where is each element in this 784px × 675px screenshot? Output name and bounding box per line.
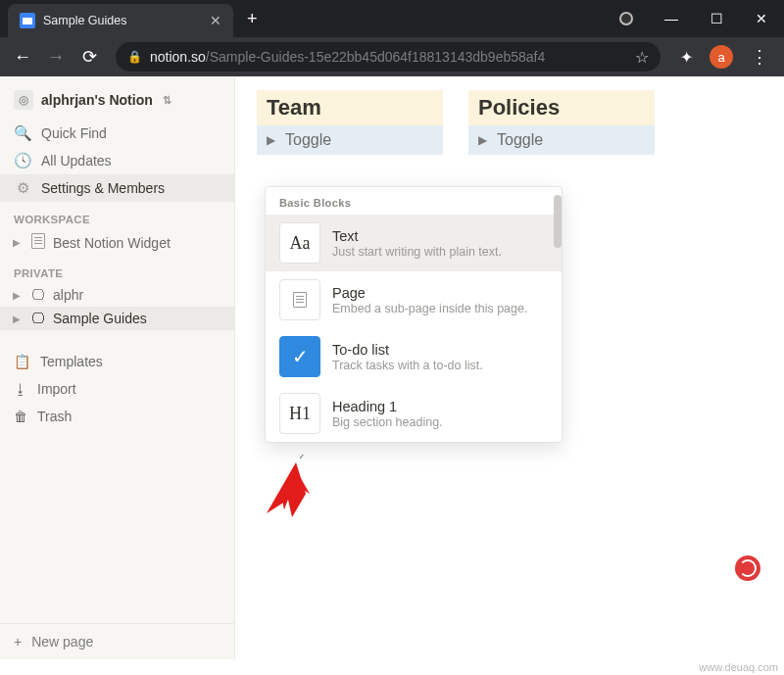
toggle-block[interactable]: ▶ Toggle xyxy=(468,125,655,155)
sidebar-page-label: alphr xyxy=(53,287,83,303)
sidebar-page-label: Best Notion Widget xyxy=(53,235,171,251)
browser-menu-button[interactable]: ⋮ xyxy=(743,46,776,68)
text-block-icon: Aa xyxy=(279,222,320,264)
all-updates-button[interactable]: 🕓 All Updates xyxy=(0,147,234,174)
close-icon[interactable]: ✕ xyxy=(210,13,221,28)
page-main: Team ▶ Toggle Policies ▶ Toggle Basic Bl… xyxy=(235,76,784,659)
page-block-icon xyxy=(279,279,320,320)
app-content: ◎ alphrjan's Notion ⇅ 🔍 Quick Find 🕓 All… xyxy=(0,76,784,659)
svg-marker-2 xyxy=(270,466,310,509)
extensions-button[interactable]: ✦ xyxy=(672,48,700,67)
settings-members-button[interactable]: ⚙ Settings & Members xyxy=(0,174,234,202)
lock-icon: 🔒 xyxy=(127,50,142,64)
toggle-block[interactable]: ▶ Toggle xyxy=(257,125,443,155)
record-icon xyxy=(619,12,633,25)
slash-item-desc: Big section heading. xyxy=(332,415,443,429)
annotation-arrow-icon xyxy=(259,455,327,523)
plus-icon: + xyxy=(14,634,22,650)
toggle-caret-icon[interactable]: ▶ xyxy=(267,133,275,147)
slash-item-title: Text xyxy=(332,228,502,244)
slash-item-desc: Embed a sub-page inside this page. xyxy=(332,302,527,315)
workspace-switcher[interactable]: ◎ alphrjan's Notion ⇅ xyxy=(0,76,234,120)
forward-button[interactable]: → xyxy=(41,42,71,72)
sidebar: ◎ alphrjan's Notion ⇅ 🔍 Quick Find 🕓 All… xyxy=(0,76,235,659)
slash-item-desc: Track tasks with a to-do list. xyxy=(332,359,483,372)
new-tab-button[interactable]: + xyxy=(233,9,271,29)
templates-icon: 📋 xyxy=(14,354,30,369)
scrollbar-thumb[interactable] xyxy=(554,195,562,248)
slash-command-menu[interactable]: Basic Blocks Aa Text Just start writing … xyxy=(265,186,563,443)
column-layout: Team ▶ Toggle Policies ▶ Toggle xyxy=(235,76,784,155)
caret-icon[interactable]: ▶ xyxy=(10,237,24,248)
sidebar-page-label: Sample Guides xyxy=(53,311,147,326)
recording-indicator[interactable] xyxy=(604,0,649,37)
all-updates-label: All Updates xyxy=(41,153,112,169)
url-text: notion.so/Sample-Guides-15e22bb45d064f18… xyxy=(150,49,545,65)
watermark-text: www.deuaq.com xyxy=(699,661,778,673)
trash-label: Trash xyxy=(37,409,72,424)
address-bar[interactable]: 🔒 notion.so/Sample-Guides-15e22bb45d064f… xyxy=(116,42,661,72)
slash-item-title: Heading 1 xyxy=(332,399,443,414)
close-window-button[interactable]: ✕ xyxy=(739,0,784,37)
gear-icon: ⚙ xyxy=(14,179,31,197)
heading1-block-icon: H1 xyxy=(279,393,320,434)
bookmark-icon[interactable]: ☆ xyxy=(635,48,649,67)
todo-block-icon: ✓ xyxy=(279,336,320,377)
tab-strip: Sample Guides ✕ + xyxy=(0,0,604,37)
new-page-button[interactable]: + New page xyxy=(0,623,234,659)
page-icon xyxy=(29,233,47,252)
slash-item-text[interactable]: Aa Text Just start writing with plain te… xyxy=(266,215,562,271)
slash-item-title: To-do list xyxy=(332,342,483,358)
private-section-label: Private xyxy=(0,256,234,283)
trash-button[interactable]: 🗑 Trash xyxy=(0,403,234,430)
download-icon: ⭳ xyxy=(14,381,27,397)
window-titlebar: Sample Guides ✕ + ― ☐ ✕ xyxy=(0,0,784,37)
minimize-button[interactable]: ― xyxy=(649,0,694,37)
slash-item-todo[interactable]: ✓ To-do list Track tasks with a to-do li… xyxy=(266,328,562,385)
column-heading[interactable]: Policies xyxy=(468,90,655,125)
svg-marker-3 xyxy=(267,462,306,517)
column-heading[interactable]: Team xyxy=(257,90,443,125)
workspace-section-label: Workspace xyxy=(0,202,234,229)
quick-find-button[interactable]: 🔍 Quick Find xyxy=(0,120,234,147)
sidebar-page-alphr[interactable]: ▶ 🖵 alphr xyxy=(0,283,234,307)
templates-label: Templates xyxy=(40,354,103,369)
svg-marker-1 xyxy=(270,466,294,509)
sidebar-page-best-notion-widget[interactable]: ▶ Best Notion Widget xyxy=(0,229,234,256)
column-policies: Policies ▶ Toggle xyxy=(468,90,655,155)
profile-avatar[interactable]: a xyxy=(710,45,733,69)
toggle-label: Toggle xyxy=(285,131,331,149)
workspace-icon: ◎ xyxy=(14,90,33,110)
toggle-label: Toggle xyxy=(497,131,543,149)
help-badge[interactable] xyxy=(735,555,760,581)
browser-tab[interactable]: Sample Guides ✕ xyxy=(8,4,233,37)
slash-item-title: Page xyxy=(332,285,527,301)
screen-icon: 🖵 xyxy=(29,287,47,303)
chevron-updown-icon: ⇅ xyxy=(163,94,172,107)
quick-find-label: Quick Find xyxy=(41,125,107,141)
import-label: Import xyxy=(37,381,76,397)
window-controls: ― ☐ ✕ xyxy=(649,0,784,37)
new-page-label: New page xyxy=(31,634,93,650)
slash-item-desc: Just start writing with plain text. xyxy=(332,245,502,259)
templates-button[interactable]: 📋 Templates xyxy=(0,348,234,375)
maximize-button[interactable]: ☐ xyxy=(694,0,739,37)
tab-title: Sample Guides xyxy=(43,14,202,27)
clock-icon: 🕓 xyxy=(14,152,31,169)
caret-icon[interactable]: ▶ xyxy=(10,290,24,301)
slash-menu-section-label: Basic Blocks xyxy=(266,187,562,215)
caret-icon[interactable]: ▶ xyxy=(10,313,24,324)
slash-item-heading1[interactable]: H1 Heading 1 Big section heading. xyxy=(266,385,562,442)
sidebar-page-sample-guides[interactable]: ▶ 🖵 Sample Guides xyxy=(0,307,234,330)
workspace-name: alphrjan's Notion xyxy=(41,92,153,108)
reload-button[interactable]: ⟳ xyxy=(74,42,104,72)
toggle-caret-icon[interactable]: ▶ xyxy=(478,133,487,147)
tab-favicon-icon xyxy=(20,13,35,28)
screen-icon: 🖵 xyxy=(29,311,47,326)
search-icon: 🔍 xyxy=(14,124,31,142)
slash-item-page[interactable]: Page Embed a sub-page inside this page. xyxy=(266,271,562,328)
import-button[interactable]: ⭳ Import xyxy=(0,375,234,403)
browser-toolbar: ← → ⟳ 🔒 notion.so/Sample-Guides-15e22bb4… xyxy=(0,37,784,76)
back-button[interactable]: ← xyxy=(8,42,37,72)
settings-label: Settings & Members xyxy=(41,180,165,196)
